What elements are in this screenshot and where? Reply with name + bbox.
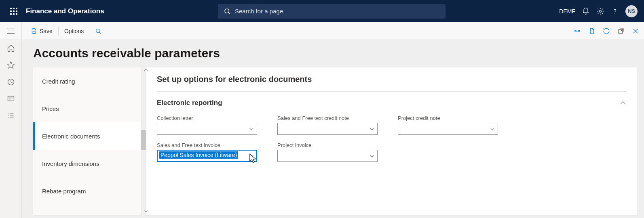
field-project-invoice: Project invoice (277, 142, 378, 162)
chevron-up-icon (620, 100, 626, 106)
help-icon[interactable] (611, 7, 619, 15)
global-header: Finance and Operations DEMF NS (0, 0, 644, 22)
save-icon (31, 28, 37, 34)
scroll-down-button[interactable] (139, 208, 153, 215)
avatar[interactable]: NS (625, 5, 638, 17)
refresh-icon[interactable] (603, 27, 610, 35)
scroll-up-button[interactable] (139, 67, 153, 74)
svg-point-3 (614, 13, 615, 13)
chevron-down-icon (249, 153, 254, 159)
section-title: Electronic reporting (157, 99, 222, 107)
app-launcher-icon[interactable] (4, 0, 23, 22)
chevron-down-icon (369, 126, 375, 132)
modules-icon[interactable] (7, 112, 15, 120)
tab-label: Credit rating (42, 78, 75, 85)
tab-rebate-program[interactable]: Rebate program (33, 177, 141, 205)
svg-line-11 (621, 29, 623, 31)
svg-line-1 (228, 13, 230, 14)
field-collection-letter: Collection letter (157, 115, 257, 135)
popout-icon[interactable] (617, 27, 625, 35)
star-icon[interactable] (7, 61, 15, 69)
search-icon (224, 8, 231, 15)
field-sales-invoice: Sales and Free text invoice Peppol Sales… (157, 142, 257, 162)
home-icon[interactable] (7, 44, 15, 52)
gear-icon[interactable] (596, 7, 604, 15)
content-area: Accounts receivable parameters Credit ra… (22, 40, 644, 218)
options-label: Options (64, 28, 84, 34)
tab-label: Electronic documents (42, 133, 100, 140)
scrollbar-thumb[interactable] (141, 130, 146, 150)
document-icon[interactable] (588, 27, 595, 35)
search-action-button[interactable] (91, 25, 106, 37)
header-right: DEMF NS (559, 5, 638, 17)
clock-icon[interactable] (7, 78, 15, 86)
action-right-group (574, 27, 639, 35)
form-panel: Set up options for electronic documents … (146, 67, 637, 215)
form-grid: Collection letter Sales and Free text cr… (157, 115, 626, 162)
divider (157, 91, 626, 92)
left-rail (0, 40, 22, 218)
chevron-down-icon (490, 126, 495, 132)
panel-title: Set up options for electronic documents (157, 75, 626, 84)
field-value: Peppol Sales Invoice (Litware) (159, 151, 238, 159)
svg-rect-16 (8, 96, 14, 101)
field-label: Sales and Free text credit note (277, 115, 378, 121)
sales-invoice-dropdown[interactable]: Peppol Sales Invoice (Litware) (157, 150, 257, 162)
action-row: Save Options (0, 22, 644, 40)
tab-label: Inventory dimensions (42, 160, 99, 167)
tab-credit-rating[interactable]: Credit rating (33, 67, 141, 95)
field-sales-credit-note: Sales and Free text credit note (277, 115, 378, 135)
section-header[interactable]: Electronic reporting (157, 99, 626, 107)
bell-icon[interactable] (582, 7, 590, 15)
svg-point-6 (96, 29, 100, 32)
project-invoice-dropdown[interactable] (277, 150, 378, 162)
page-title: Accounts receivable parameters (33, 46, 637, 60)
link-icon[interactable] (574, 27, 581, 35)
legal-entity[interactable]: DEMF (559, 8, 575, 15)
tab-prices[interactable]: Prices (33, 95, 141, 122)
app-title: Finance and Operations (26, 7, 104, 15)
split-pane: Credit rating Prices Electronic document… (33, 67, 637, 215)
tab-inventory-dimensions[interactable]: Inventory dimensions (33, 150, 141, 177)
options-button[interactable]: Options (60, 25, 88, 37)
tab-label: Rebate program (42, 188, 86, 195)
chevron-down-icon (249, 126, 254, 132)
tab-electronic-documents[interactable]: Electronic documents (33, 122, 141, 150)
field-project-credit-note: Project credit note (398, 115, 498, 135)
field-label: Sales and Free text invoice (157, 142, 257, 148)
field-label: Collection letter (157, 115, 257, 121)
svg-point-9 (579, 30, 580, 32)
tab-label: Prices (42, 105, 59, 112)
svg-rect-4 (33, 29, 35, 30)
action-bar: Save Options (22, 22, 644, 40)
sales-credit-note-dropdown[interactable] (277, 123, 378, 135)
svg-point-0 (225, 9, 229, 13)
global-search[interactable] (218, 4, 446, 19)
field-label: Project invoice (277, 142, 378, 148)
project-credit-note-dropdown[interactable] (398, 123, 498, 135)
workspace: Accounts receivable parameters Credit ra… (0, 40, 644, 218)
save-label: Save (40, 28, 53, 34)
svg-marker-14 (7, 62, 14, 69)
tab-list: Credit rating Prices Electronic document… (33, 67, 141, 215)
svg-point-2 (599, 10, 601, 12)
svg-line-7 (99, 32, 101, 34)
svg-point-8 (575, 30, 576, 32)
global-search-input[interactable] (218, 4, 446, 19)
search-icon (95, 28, 101, 34)
nav-toggle-button[interactable] (0, 22, 22, 40)
collection-letter-dropdown[interactable] (157, 123, 257, 135)
field-label: Project credit note (398, 115, 498, 121)
separator (58, 27, 59, 36)
save-button[interactable]: Save (27, 25, 57, 37)
workspace-icon[interactable] (7, 95, 15, 103)
svg-rect-5 (33, 31, 35, 33)
close-icon[interactable] (632, 27, 639, 35)
chevron-down-icon (369, 153, 375, 159)
